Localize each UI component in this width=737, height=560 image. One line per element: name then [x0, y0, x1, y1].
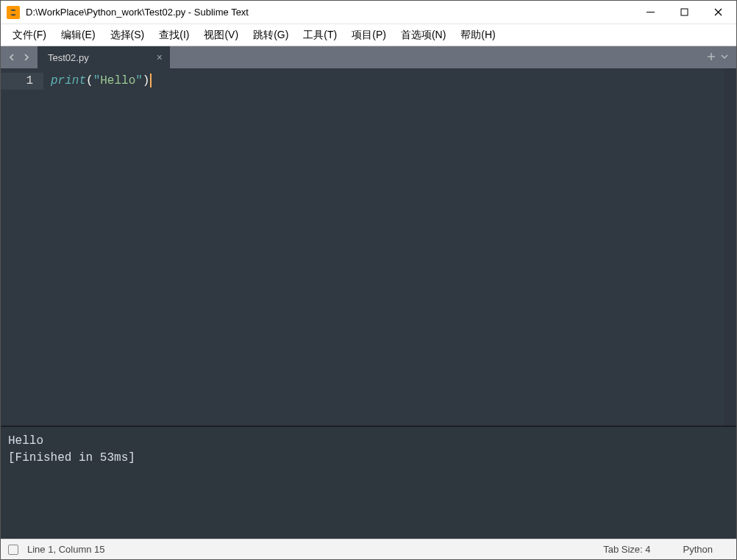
output-panel[interactable]: Hello [Finished in 53ms]: [1, 426, 736, 539]
text-cursor: [150, 73, 152, 87]
tab-next-icon[interactable]: [20, 46, 33, 68]
minimap[interactable]: [710, 68, 724, 426]
token-string: Hello: [100, 74, 135, 87]
window-title: D:\WorkPlace\Python_work\Test02.py - Sub…: [26, 7, 633, 18]
new-tab-icon[interactable]: [707, 52, 716, 63]
tab-bar: Test02.py ×: [1, 46, 736, 68]
token-lparen: (: [86, 74, 93, 87]
status-panel-icon[interactable]: [8, 545, 18, 555]
token-quote-close: ": [135, 74, 143, 87]
status-language[interactable]: Python: [667, 544, 729, 555]
code-content[interactable]: print("Hello"): [43, 68, 710, 426]
tab-nav: [1, 46, 38, 68]
line-number: 1: [1, 73, 43, 90]
tab-active[interactable]: Test02.py ×: [38, 46, 170, 68]
tab-actions: [699, 46, 736, 68]
token-function: print: [51, 74, 86, 87]
status-bar: Line 1, Column 15 Tab Size: 4 Python: [1, 539, 736, 559]
token-rparen: ): [143, 74, 150, 87]
tab-label: Test02.py: [48, 52, 89, 63]
close-button[interactable]: [701, 1, 735, 24]
tab-prev-icon[interactable]: [5, 46, 18, 68]
menu-help[interactable]: 帮助(H): [453, 26, 502, 45]
title-bar: D:\WorkPlace\Python_work\Test02.py - Sub…: [1, 1, 736, 24]
svg-rect-1: [681, 9, 688, 15]
token-quote-open: ": [93, 74, 101, 87]
menu-select[interactable]: 选择(S): [103, 26, 152, 45]
menu-edit[interactable]: 编辑(E): [54, 26, 103, 45]
tab-close-icon[interactable]: ×: [157, 51, 163, 63]
minimize-button[interactable]: [633, 1, 667, 24]
editor-area[interactable]: 1 print("Hello"): [1, 68, 736, 426]
output-line: [Finished in 53ms]: [8, 451, 135, 464]
menu-bar: 文件(F) 编辑(E) 选择(S) 查找(I) 视图(V) 跳转(G) 工具(T…: [1, 24, 736, 46]
menu-file[interactable]: 文件(F): [5, 26, 54, 45]
window-controls: [633, 1, 735, 24]
status-tab-size[interactable]: Tab Size: 4: [587, 544, 666, 555]
tab-menu-icon[interactable]: [720, 52, 729, 63]
menu-project[interactable]: 项目(P): [344, 26, 394, 45]
status-position[interactable]: Line 1, Column 15: [27, 544, 587, 555]
menu-preferences[interactable]: 首选项(N): [394, 26, 453, 45]
maximize-button[interactable]: [667, 1, 701, 24]
menu-goto[interactable]: 跳转(G): [246, 26, 296, 45]
app-icon: [7, 6, 20, 19]
output-line: Hello: [8, 434, 43, 448]
line-gutter: 1: [1, 68, 43, 426]
menu-view[interactable]: 视图(V): [196, 26, 246, 45]
menu-tools[interactable]: 工具(T): [296, 26, 344, 45]
menu-find[interactable]: 查找(I): [152, 26, 196, 45]
vertical-scrollbar[interactable]: [724, 68, 736, 426]
